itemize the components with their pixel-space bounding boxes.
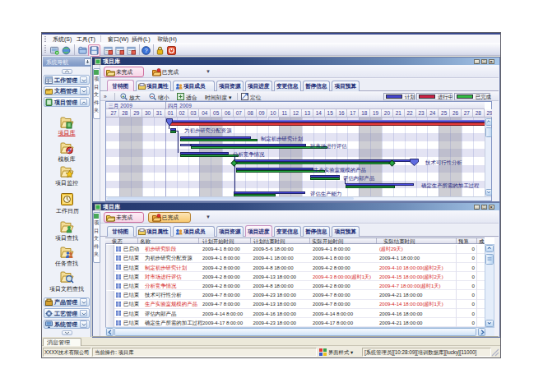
svg-text:−: −	[151, 94, 153, 99]
svg-text:+: +	[122, 94, 124, 99]
svg-text:?: ?	[144, 47, 147, 54]
